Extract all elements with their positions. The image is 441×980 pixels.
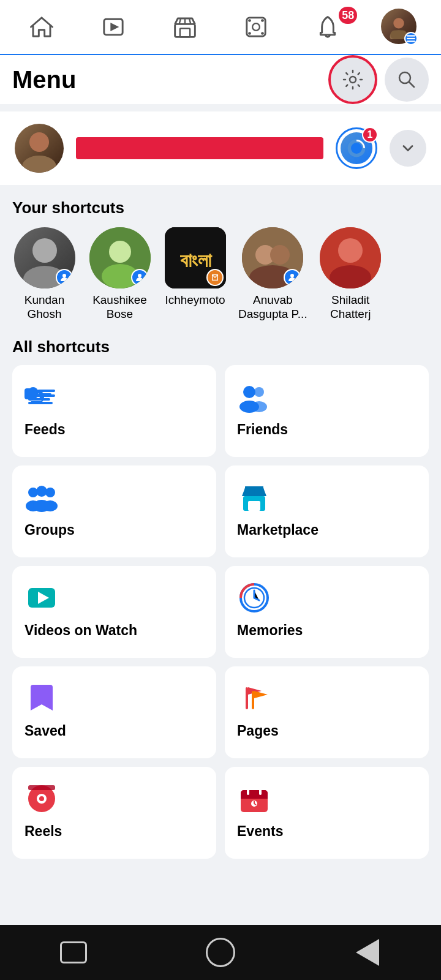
svg-rect-46	[28, 402, 53, 404]
shortcut-item[interactable]: AnuvabDasgupta P...	[238, 227, 307, 322]
friends-tile[interactable]: Friends	[225, 365, 429, 457]
triangle-icon	[356, 939, 379, 966]
svg-rect-2	[175, 24, 195, 37]
top-navigation: 58	[0, 0, 441, 55]
svg-rect-75	[241, 795, 268, 799]
saved-icon	[24, 681, 59, 715]
bottom-navigation	[0, 925, 441, 980]
home-button[interactable]	[199, 931, 242, 974]
svg-point-8	[249, 32, 252, 35]
events-tile[interactable]: Events	[225, 767, 429, 859]
svg-point-24	[62, 274, 66, 277]
profile-name-redacted	[76, 137, 323, 159]
shortcut-item[interactable]: বাংলা Ichheymoto	[163, 227, 227, 322]
svg-rect-67	[246, 687, 248, 709]
search-button[interactable]	[385, 58, 429, 102]
circle-icon	[206, 938, 235, 967]
svg-point-28	[138, 274, 141, 277]
pages-label: Pages	[237, 723, 417, 739]
shortcut-item[interactable]: KaushikeeBose	[88, 227, 152, 322]
shortcut-name: Ichheymoto	[165, 293, 225, 307]
svg-rect-13	[407, 35, 415, 36]
svg-point-6	[249, 19, 252, 22]
nav-home-button[interactable]	[6, 0, 78, 55]
pages-tile[interactable]: Pages	[225, 666, 429, 758]
groups-tile[interactable]: Groups	[12, 466, 216, 557]
svg-point-22	[32, 238, 57, 263]
svg-rect-14	[407, 38, 415, 39]
shortcut-avatar	[242, 227, 303, 288]
all-shortcuts-section: All shortcuts	[0, 331, 441, 862]
reels-label: Reels	[24, 823, 204, 840]
svg-text:বাংলা: বাংলা	[179, 249, 212, 271]
nav-marketplace-button[interactable]	[149, 0, 221, 55]
friends-icon	[237, 380, 271, 414]
marketplace-icon	[237, 480, 271, 514]
feeds-icon	[24, 380, 59, 414]
svg-point-19	[22, 156, 56, 173]
shortcut-name: AnuvabDasgupta P...	[238, 293, 307, 322]
watch-label: Videos on Watch	[24, 622, 204, 639]
shortcut-avatar	[320, 227, 381, 288]
saved-tile[interactable]: Saved	[12, 666, 216, 758]
notification-count: 58	[339, 7, 357, 24]
videos-on-watch-tile[interactable]: Videos on Watch	[12, 566, 216, 658]
shortcut-avatar: বাংলা	[165, 227, 226, 288]
menu-header: Menu	[0, 55, 441, 104]
memories-tile[interactable]: Memories	[225, 566, 429, 658]
svg-point-57	[45, 488, 55, 497]
watch-icon	[24, 581, 59, 615]
svg-point-71	[39, 796, 44, 801]
svg-point-18	[29, 132, 49, 152]
events-icon	[237, 782, 271, 816]
shortcuts-grid: Feeds Friends	[12, 365, 429, 859]
profile-dropdown-button[interactable]	[390, 130, 426, 167]
svg-rect-72	[28, 785, 55, 790]
pages-icon	[237, 681, 271, 715]
nav-notifications-button[interactable]: 58	[292, 0, 364, 55]
svg-rect-3	[180, 28, 190, 37]
svg-point-21	[351, 143, 362, 154]
svg-point-5	[253, 23, 260, 31]
marketplace-label: Marketplace	[237, 522, 417, 538]
svg-rect-48	[24, 388, 36, 399]
square-icon	[60, 941, 87, 963]
svg-point-51	[243, 386, 255, 398]
reels-tile[interactable]: Reels	[12, 767, 216, 859]
profile-avatar[interactable]	[15, 124, 64, 173]
shortcut-item[interactable]: KundanGhosh	[12, 227, 77, 322]
all-shortcuts-title: All shortcuts	[12, 337, 429, 356]
shortcut-name: KundanGhosh	[24, 293, 65, 322]
shortcuts-title: Your shortcuts	[12, 198, 429, 217]
page-title: Menu	[12, 66, 76, 94]
svg-point-60	[43, 500, 58, 511]
svg-point-16	[350, 77, 356, 83]
svg-point-7	[262, 19, 265, 22]
events-label: Events	[237, 823, 417, 840]
svg-rect-49	[38, 390, 55, 392]
memories-label: Memories	[237, 622, 417, 639]
shortcut-name: KaushikeeBose	[92, 293, 147, 322]
shortcut-item[interactable]: ShiladitChatterj	[318, 227, 383, 322]
nav-watch-button[interactable]	[78, 0, 149, 55]
menu-badge-icon	[404, 32, 418, 45]
feeds-tile[interactable]: Feeds	[12, 365, 216, 457]
back-button[interactable]	[346, 931, 389, 974]
nav-reels-button[interactable]	[221, 0, 292, 55]
svg-rect-50	[38, 393, 51, 396]
groups-icon	[24, 480, 59, 514]
svg-rect-62	[248, 501, 260, 511]
marketplace-tile[interactable]: Marketplace	[225, 466, 429, 557]
memories-icon	[237, 581, 271, 615]
story-button[interactable]: 1	[336, 127, 377, 169]
shortcut-name: ShiladitChatterj	[330, 293, 371, 322]
svg-point-37	[338, 238, 363, 263]
svg-marker-1	[110, 23, 119, 31]
story-count: 1	[362, 127, 378, 143]
header-actions	[331, 58, 429, 102]
svg-rect-68	[252, 691, 254, 709]
settings-button[interactable]	[331, 58, 375, 102]
reels-icon	[24, 782, 59, 816]
recent-apps-button[interactable]	[52, 931, 95, 974]
nav-profile-button[interactable]	[363, 0, 435, 55]
